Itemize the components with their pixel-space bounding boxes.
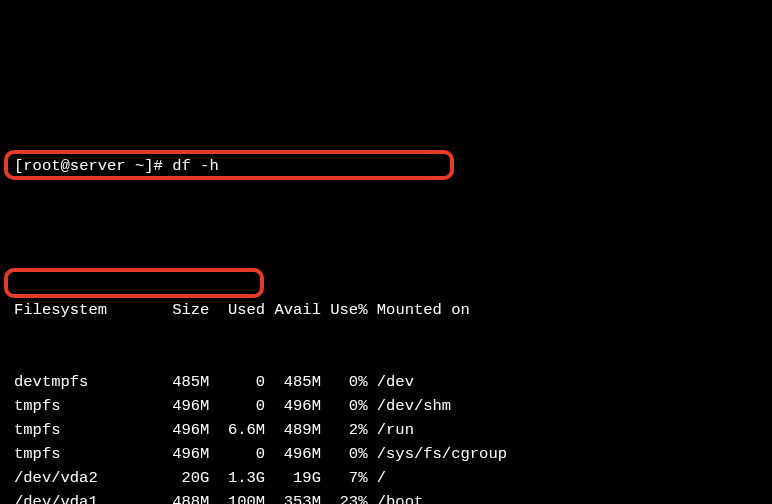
col-filesystem: Filesystem [14, 298, 154, 322]
df-row: /dev/vda1 488M 100M 353M 23% /boot [14, 490, 758, 504]
prompt-symbol: # [154, 157, 163, 175]
col-used: Used [209, 298, 265, 322]
prompt-user: root [23, 157, 60, 175]
terminal-output: [root@server ~]# df -h Filesystem Size U… [14, 106, 758, 504]
col-mounted: Mounted on [367, 298, 469, 322]
command-text: df -h [172, 157, 219, 175]
prompt-cwd: ~ [135, 157, 144, 175]
df-row: devtmpfs 485M 0 485M 0% /dev [14, 370, 758, 394]
col-avail: Avail [265, 298, 321, 322]
col-size: Size [154, 298, 210, 322]
df-output: Filesystem Size Used Avail Use% Mounted … [14, 250, 758, 504]
shell-prompt-1: [root@server ~]# df -h [14, 154, 758, 178]
df-row: tmpfs 496M 0 496M 0% /dev/shm [14, 394, 758, 418]
df-row: /dev/vda2 20G 1.3G 19G 7% / [14, 466, 758, 490]
prompt-host: server [70, 157, 126, 175]
df-header-row: Filesystem Size Used Avail Use% Mounted … [14, 298, 758, 322]
df-row: tmpfs 496M 0 496M 0% /sys/fs/cgroup [14, 442, 758, 466]
col-use-percent: Use% [321, 298, 368, 322]
df-row: tmpfs 496M 6.6M 489M 2% /run [14, 418, 758, 442]
